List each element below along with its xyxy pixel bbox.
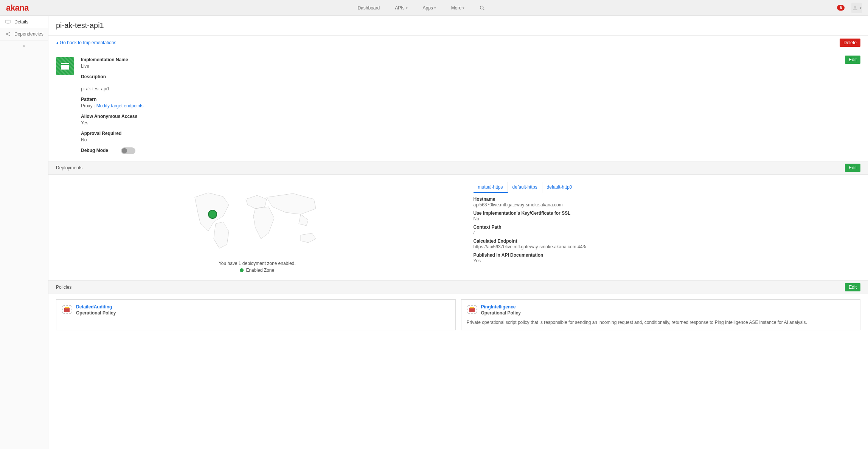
svg-point-5 — [6, 34, 7, 34]
svg-line-8 — [7, 33, 9, 34]
legend-label: Enabled Zone — [246, 268, 274, 273]
svg-rect-15 — [470, 307, 474, 308]
impl-debug-label: Debug Mode — [81, 148, 108, 153]
sidebar-item-dependencies[interactable]: Dependencies — [0, 28, 48, 40]
impl-desc-value: pi-ak-test-api1 — [81, 86, 860, 91]
pattern-prefix: Proxy : — [81, 103, 96, 108]
policy-icon — [62, 304, 72, 315]
back-link[interactable]: ◂ Go back to Implementations — [56, 40, 116, 45]
policy-icon — [467, 304, 477, 315]
svg-point-0 — [480, 6, 483, 9]
sidebar: Details Dependencies « — [0, 16, 48, 449]
svg-line-9 — [7, 34, 9, 35]
sidebar-item-label: Dependencies — [14, 31, 43, 37]
svg-line-1 — [483, 8, 484, 10]
impl-anon-value: Yes — [81, 120, 860, 125]
svg-rect-3 — [6, 20, 10, 23]
chevron-left-icon: ◂ — [56, 40, 58, 45]
svg-point-2 — [854, 6, 856, 8]
nav-apis[interactable]: APIs▾ — [395, 5, 407, 11]
nav-apps[interactable]: Apps▾ — [423, 5, 436, 11]
nav-dashboard[interactable]: Dashboard — [357, 5, 380, 11]
sidebar-collapse-button[interactable]: « — [0, 40, 48, 51]
page-title: pi-ak-test-api1 — [56, 21, 860, 30]
policies-header: Policies Edit — [48, 280, 868, 294]
edit-button[interactable]: Edit — [845, 56, 860, 64]
modify-endpoints-link[interactable]: Modify target endpoints — [96, 103, 144, 108]
monitor-icon — [5, 19, 11, 25]
policy-name-link[interactable]: PingIntelligence — [481, 304, 521, 310]
policy-type: Operational Policy — [76, 310, 116, 316]
user-avatar[interactable]: ▾ — [851, 3, 862, 13]
impl-approval-value: No — [81, 137, 860, 142]
deployments-header-label: Deployments — [56, 165, 82, 170]
svg-point-6 — [9, 32, 9, 33]
calc-value: https://api56370live.mtl.gateway-smoke.a… — [474, 244, 861, 249]
policy-type: Operational Policy — [481, 310, 521, 316]
nav-apps-label: Apps — [423, 5, 433, 11]
legend-dot-icon — [240, 268, 244, 272]
search-icon[interactable] — [480, 5, 485, 11]
impl-name-label: Implementation Name — [81, 57, 860, 62]
ctx-value: / — [474, 230, 861, 235]
ssl-label: Use Implementation's Key/Certificate for… — [474, 211, 861, 216]
policies-header-label: Policies — [56, 285, 71, 290]
impl-approval-label: Approval Required — [81, 131, 860, 136]
share-icon — [5, 31, 11, 37]
action-bar: ◂ Go back to Implementations Delete — [48, 36, 868, 50]
sidebar-item-label: Details — [14, 19, 28, 25]
tab-default-https[interactable]: default-https — [508, 182, 542, 193]
chevron-down-icon: ▾ — [406, 6, 408, 10]
back-link-label: Go back to Implementations — [60, 40, 116, 45]
ssl-value: No — [474, 216, 861, 221]
calc-label: Calculated Endpoint — [474, 238, 861, 244]
policy-description: Private operational script policy that i… — [467, 319, 855, 326]
hostname-value: api56370live.mtl.gateway-smoke.akana.com — [474, 202, 861, 207]
implementation-icon — [56, 57, 74, 75]
page-header: pi-ak-test-api1 — [48, 16, 868, 36]
nav-apis-label: APIs — [395, 5, 404, 11]
deployment-zone-marker[interactable] — [208, 210, 217, 219]
pub-label: Published in API Documentation — [474, 252, 861, 258]
policy-card: DetailedAuditing Operational Policy — [56, 299, 456, 331]
impl-pattern-label: Pattern — [81, 97, 860, 102]
nav-more[interactable]: More▾ — [451, 5, 464, 11]
impl-desc-label: Description — [81, 74, 860, 79]
sidebar-item-details[interactable]: Details — [0, 16, 48, 28]
edit-policies-button[interactable]: Edit — [845, 283, 860, 291]
policy-card: PingIntelligence Operational Policy Priv… — [461, 299, 861, 331]
chevron-down-icon: ▾ — [463, 6, 464, 10]
notification-badge[interactable]: 5 — [837, 5, 845, 11]
deployments-header: Deployments Edit — [48, 161, 868, 175]
ctx-label: Context Path — [474, 224, 861, 230]
map-caption: You have 1 deployment zone enabled. — [56, 261, 458, 266]
implementation-details: Implementation Name Live Description pi-… — [48, 50, 868, 161]
pub-value: Yes — [474, 258, 861, 263]
impl-name-value: Live — [81, 63, 860, 69]
main-nav: Dashboard APIs▾ Apps▾ More▾ — [357, 5, 485, 11]
tab-mutual-https[interactable]: mutual-https — [474, 182, 508, 193]
world-map — [187, 186, 327, 254]
chevron-down-icon: ▾ — [860, 6, 862, 10]
chevron-down-icon: ▾ — [434, 6, 436, 10]
svg-rect-12 — [65, 307, 69, 308]
delete-button[interactable]: Delete — [840, 39, 860, 47]
deployment-tabs: mutual-https default-https default-http0 — [474, 182, 861, 193]
brand-logo: akana — [6, 3, 29, 13]
policy-name-link[interactable]: DetailedAuditing — [76, 304, 116, 310]
impl-pattern-value: Proxy : Modify target endpoints — [81, 103, 860, 108]
hostname-label: Hostname — [474, 197, 861, 202]
edit-deployments-button[interactable]: Edit — [845, 164, 860, 172]
map-legend: Enabled Zone — [56, 268, 458, 273]
debug-mode-toggle[interactable] — [121, 147, 135, 154]
nav-more-label: More — [451, 5, 461, 11]
deployments-body: You have 1 deployment zone enabled. Enab… — [48, 175, 868, 280]
svg-point-7 — [9, 35, 9, 36]
tab-default-http0[interactable]: default-http0 — [542, 182, 577, 193]
topbar: akana Dashboard APIs▾ Apps▾ More▾ 5 ▾ — [0, 0, 868, 16]
impl-anon-label: Allow Anonymous Access — [81, 114, 860, 119]
policies-body: DetailedAuditing Operational Policy Ping… — [48, 294, 868, 336]
main-content: pi-ak-test-api1 ◂ Go back to Implementat… — [48, 16, 868, 449]
